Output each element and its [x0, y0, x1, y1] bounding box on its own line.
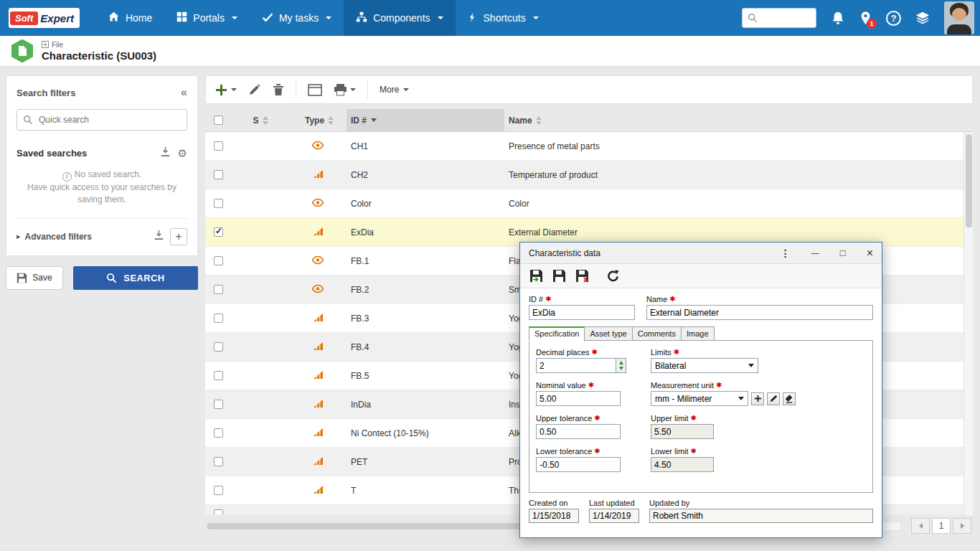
save-and-exit-button[interactable]	[529, 268, 544, 283]
add-record-button[interactable]	[215, 83, 237, 97]
column-header-id[interactable]: ID #	[347, 109, 504, 131]
name-input[interactable]	[646, 305, 873, 320]
row-checkbox[interactable]	[214, 371, 223, 380]
nav-item-shortcuts[interactable]: Shortcuts	[456, 0, 551, 36]
measurement-unit-value: mm - Milimeter	[655, 394, 712, 404]
kebab-menu-icon[interactable]: ⋮	[781, 248, 791, 258]
lower-tolerance-input[interactable]	[536, 457, 621, 472]
row-id: FB.2	[347, 285, 504, 295]
add-filter-button[interactable]: +	[170, 228, 187, 245]
pagination: 1	[911, 518, 971, 534]
measurement-unit-select[interactable]: mm - Milimeter	[651, 391, 748, 406]
close-icon[interactable]: ×	[867, 248, 873, 259]
tab-comments[interactable]: Comments	[633, 326, 682, 341]
delete-record-button[interactable]	[273, 83, 284, 96]
decimal-places-stepper[interactable]	[616, 358, 626, 373]
tab-image[interactable]: Image	[682, 326, 715, 341]
table-row[interactable]: CH2 Temperature of product	[205, 161, 973, 189]
advanced-filters-toggle[interactable]: Advanced filters	[25, 232, 92, 242]
row-checkbox[interactable]	[214, 141, 223, 151]
row-checkbox[interactable]	[214, 400, 223, 409]
edit-record-button[interactable]	[248, 83, 261, 96]
user-avatar[interactable]	[944, 1, 974, 34]
file-breadcrumb: File	[42, 41, 156, 49]
bell-icon	[831, 11, 845, 25]
expand-arrow-icon: ▸	[17, 232, 21, 241]
import-search-button[interactable]	[160, 146, 171, 160]
limits-select[interactable]: Bilateral	[651, 358, 758, 373]
save-and-new-button[interactable]	[575, 268, 590, 283]
row-checkbox[interactable]	[214, 342, 223, 352]
vertical-scrollbar[interactable]	[963, 132, 973, 515]
required-icon: ✱	[691, 447, 697, 455]
next-page-button[interactable]	[953, 518, 971, 534]
minimize-icon[interactable]: —	[811, 249, 819, 257]
print-button[interactable]	[334, 83, 356, 96]
add-unit-button[interactable]	[751, 392, 764, 405]
nav-item-my-tasks[interactable]: My tasks	[250, 0, 344, 36]
row-checkbox[interactable]	[214, 486, 223, 495]
more-button[interactable]: More	[380, 85, 409, 95]
refresh-button[interactable]	[606, 269, 620, 283]
select-all-checkbox[interactable]	[214, 116, 223, 125]
nominal-value-input[interactable]	[536, 391, 621, 406]
view-record-button[interactable]	[308, 84, 322, 96]
clear-unit-button[interactable]	[783, 392, 796, 405]
row-checkbox[interactable]	[214, 457, 223, 466]
tab-specification[interactable]: Specification	[529, 326, 585, 342]
nav-item-components[interactable]: Components	[344, 0, 455, 36]
maximize-icon[interactable]: □	[840, 248, 846, 258]
app-root: Soft Expert Home Portals My tasks Compon…	[0, 0, 980, 551]
table-header: S Type ID # Name	[205, 109, 973, 132]
previous-page-button[interactable]	[911, 518, 930, 534]
row-checkbox[interactable]	[214, 256, 223, 265]
import-filter-button[interactable]	[154, 230, 164, 243]
printer-icon	[334, 83, 347, 96]
row-checkbox[interactable]	[214, 314, 223, 323]
required-icon: ✱	[594, 447, 600, 455]
column-header-name[interactable]: Name	[504, 116, 973, 126]
table-row[interactable]: Color Color	[205, 189, 973, 218]
location-button[interactable]: 1	[859, 11, 872, 26]
plus-icon	[215, 83, 228, 97]
search-button[interactable]: SEARCH	[73, 266, 198, 290]
gear-icon[interactable]: ⚙	[178, 148, 187, 159]
row-checkbox[interactable]	[214, 428, 223, 438]
arrow-left-icon	[919, 523, 923, 529]
save-search-button[interactable]: Save	[6, 266, 63, 290]
notifications-button[interactable]	[831, 11, 845, 25]
dialog-titlebar[interactable]: Characteristic data ⋮ — □ ×	[520, 242, 882, 264]
softexpert-logo[interactable]: Soft Expert	[9, 8, 80, 28]
row-checkbox[interactable]	[214, 170, 223, 179]
row-checkbox[interactable]	[214, 227, 223, 237]
required-icon: ✱	[674, 348, 679, 356]
quick-search	[17, 109, 187, 131]
nav-item-portals[interactable]: Portals	[164, 0, 250, 36]
row-name: External Diameter	[504, 227, 973, 237]
spinner-up-icon	[619, 361, 623, 364]
help-button[interactable]: ?	[886, 11, 901, 26]
nav-item-home[interactable]: Home	[95, 0, 164, 36]
question-icon: ?	[886, 11, 901, 26]
id-input[interactable]	[529, 305, 635, 320]
decimal-places-input[interactable]	[536, 358, 616, 373]
quick-search-input[interactable]	[17, 109, 187, 131]
edit-unit-button[interactable]	[767, 392, 780, 405]
components-icon	[356, 11, 367, 25]
table-row[interactable]: CH1 Presence of metal parts	[205, 132, 973, 161]
row-checkbox[interactable]	[214, 509, 223, 515]
row-checkbox[interactable]	[214, 199, 223, 208]
vertical-scrollbar-thumb[interactable]	[966, 134, 972, 227]
row-checkbox[interactable]	[214, 285, 223, 294]
row-name: Color	[504, 199, 973, 209]
chevron-down-icon	[326, 17, 331, 19]
academy-button[interactable]	[915, 11, 930, 25]
tab-asset-type[interactable]: Asset type	[585, 326, 632, 341]
column-header-type[interactable]: Type	[289, 116, 347, 126]
collapse-sidebar-button[interactable]: «	[181, 86, 187, 99]
column-header-s[interactable]: S	[232, 116, 289, 126]
save-button[interactable]	[552, 268, 567, 283]
eye-icon	[311, 141, 324, 152]
upper-tolerance-input[interactable]	[536, 424, 621, 439]
nav-label: Shortcuts	[484, 12, 526, 24]
